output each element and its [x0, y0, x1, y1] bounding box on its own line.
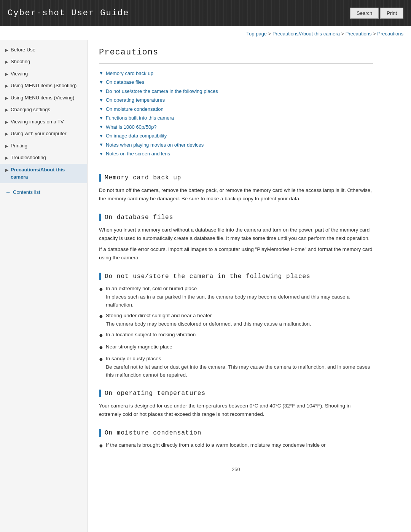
toc-arrow-icon: ▼ [99, 70, 104, 77]
app-title: Cyber-shot User Guide [8, 7, 129, 19]
toc-item: ▼Notes on the screen and lens [99, 150, 373, 158]
toc-link-5[interactable]: Functions built into this camera [106, 114, 174, 122]
toc-item: ▼On moisture condensation [99, 105, 373, 113]
section-heading-on-moisture-condensation: On moisture condensation [99, 428, 373, 438]
toc-link-8[interactable]: Notes when playing movies on other devic… [106, 141, 204, 149]
bullet-content: If the camera is brought directly from a… [106, 441, 373, 449]
sidebar-item-label: Troubleshooting [11, 154, 83, 161]
bullet-sub-text: Be careful not to let sand or dust get i… [106, 363, 373, 379]
list-item: ●In an extremely hot, cold or humid plac… [99, 285, 373, 309]
sidebar-item-label: Changing settings [11, 106, 83, 113]
toc-link-3[interactable]: On operating temperatures [106, 96, 165, 104]
bullet-content: Near strongly magnetic place [106, 343, 373, 351]
sidebar-item-label: Viewing images on a TV [11, 118, 83, 126]
page-title: Precautions [99, 46, 373, 64]
header-buttons: Search Print [350, 8, 403, 19]
bullet-icon: ● [99, 312, 106, 321]
bullet-sub-text: The camera body may become discolored or… [106, 320, 373, 328]
bullet-sub-text: In places such as in a car parked in the… [106, 293, 373, 309]
sidebar-item-6[interactable]: Viewing images on a TV [0, 116, 87, 128]
list-item: ●If the camera is brought directly from … [99, 441, 373, 450]
sidebar-item-label: Using MENU items (Shooting) [11, 82, 83, 89]
toc-arrow-icon: ▼ [99, 123, 104, 130]
toc-link-7[interactable]: On image data compatibility [106, 132, 167, 140]
bullet-icon: ● [99, 355, 106, 364]
toc-link-4[interactable]: On moisture condensation [106, 105, 164, 113]
sidebar-item-3[interactable]: Using MENU items (Shooting) [0, 80, 87, 92]
sidebar-item-label: Printing [11, 142, 83, 150]
list-item: ●In a location subject to rocking vibrat… [99, 331, 373, 340]
contents-list-link[interactable]: Contents list [0, 183, 87, 199]
sidebar-item-1[interactable]: Shooting [0, 56, 87, 68]
main-content: Precautions ▼Memory card back up▼On data… [88, 40, 384, 532]
sidebar: Before UseShootingViewingUsing MENU item… [0, 40, 88, 532]
page-number: 250 [99, 462, 373, 473]
toc-item: ▼On operating temperatures [99, 96, 373, 104]
bullet-main-text: Storing under direct sunlight and near a… [106, 313, 212, 318]
breadcrumb-link-top[interactable]: Top page [247, 31, 267, 37]
sidebar-arrow-icon [5, 47, 8, 53]
toc-link-1[interactable]: On database files [106, 78, 144, 86]
toc-item: ▼Functions built into this camera [99, 114, 373, 122]
section-heading-memory-card-back-up: Memory card back up [99, 173, 373, 182]
toc-link-6[interactable]: What is 1080 60p/50p? [106, 123, 157, 131]
toc-item: ▼On image data compatibility [99, 132, 373, 140]
breadcrumb-link-precautions-about[interactable]: Precautions/About this camera [272, 31, 340, 37]
breadcrumb-link-precautions[interactable]: Precautions [346, 31, 372, 37]
breadcrumb: Top page > Precautions/About this camera… [0, 26, 411, 40]
list-item: ●Storing under direct sunlight and near … [99, 312, 373, 328]
sidebar-item-7[interactable]: Using with your computer [0, 128, 87, 140]
bullet-content: In an extremely hot, cold or humid place… [106, 285, 373, 309]
divider [99, 167, 373, 167]
sections: Memory card back upDo not turn off the c… [99, 173, 373, 451]
toc-link-9[interactable]: Notes on the screen and lens [106, 150, 170, 158]
sidebar-arrow-icon [5, 155, 8, 161]
table-of-contents: ▼Memory card back up▼On database files▼D… [99, 70, 373, 158]
section-on-moisture-condensation: On moisture condensation●If the camera i… [99, 428, 373, 450]
sidebar-arrow-icon [5, 107, 8, 113]
sidebar-arrow-icon [5, 167, 8, 173]
bullet-list: ●If the camera is brought directly from … [99, 441, 373, 450]
bullet-list: ●In an extremely hot, cold or humid plac… [99, 285, 373, 379]
sidebar-item-label: Precautions/About this camera [11, 166, 83, 181]
toc-link-2[interactable]: Do not use/store the camera in the follo… [106, 88, 218, 95]
sidebar-item-9[interactable]: Troubleshooting [0, 152, 87, 164]
bullet-content: In a location subject to rocking vibrati… [106, 331, 373, 339]
bullet-main-text: If the camera is brought directly from a… [106, 442, 326, 448]
page-layout: Before UseShootingViewingUsing MENU item… [0, 40, 411, 532]
paragraph: Your camera is designed for use under th… [99, 402, 373, 419]
sidebar-item-4[interactable]: Using MENU items (Viewing) [0, 92, 87, 104]
print-button[interactable]: Print [380, 8, 403, 19]
bullet-icon: ● [99, 285, 106, 294]
list-item: ●Near strongly magnetic place [99, 343, 373, 352]
toc-arrow-icon: ▼ [99, 97, 104, 104]
bullet-main-text: In an extremely hot, cold or humid place [106, 286, 197, 291]
section-text-on-database-files: When you insert a memory card without a … [99, 226, 373, 262]
bullet-icon: ● [99, 343, 106, 352]
sidebar-item-10[interactable]: Precautions/About this camera [0, 164, 87, 183]
bullet-content: In sandy or dusty placesBe careful not t… [106, 355, 373, 379]
sidebar-item-5[interactable]: Changing settings [0, 104, 87, 116]
toc-arrow-icon: ▼ [99, 88, 104, 94]
sidebar-item-8[interactable]: Printing [0, 140, 87, 152]
sidebar-arrow-icon [5, 71, 8, 77]
sidebar-arrow-icon [5, 131, 8, 137]
bullet-icon: ● [99, 331, 106, 340]
section-heading-do-not-use-store: Do not use/store the camera in the follo… [99, 272, 373, 281]
toc-item: ▼What is 1080 60p/50p? [99, 123, 373, 131]
toc-item: ▼Do not use/store the camera in the foll… [99, 88, 373, 95]
sidebar-arrow-icon [5, 143, 8, 149]
toc-item: ▼On database files [99, 78, 373, 86]
sidebar-item-2[interactable]: Viewing [0, 68, 87, 80]
toc-link-0[interactable]: Memory card back up [106, 70, 153, 77]
paragraph: Do not turn off the camera, remove the b… [99, 186, 373, 203]
sidebar-item-0[interactable]: Before Use [0, 44, 87, 56]
section-on-operating-temperatures: On operating temperaturesYour camera is … [99, 389, 373, 419]
breadcrumb-link-precautions-current[interactable]: Precautions [377, 31, 403, 37]
sidebar-arrow-icon [5, 119, 8, 125]
bullet-main-text: In sandy or dusty places [106, 356, 161, 361]
section-heading-on-database-files: On database files [99, 213, 373, 222]
search-button[interactable]: Search [350, 8, 379, 19]
sidebar-item-label: Viewing [11, 70, 83, 78]
section-do-not-use-store: Do not use/store the camera in the follo… [99, 272, 373, 379]
